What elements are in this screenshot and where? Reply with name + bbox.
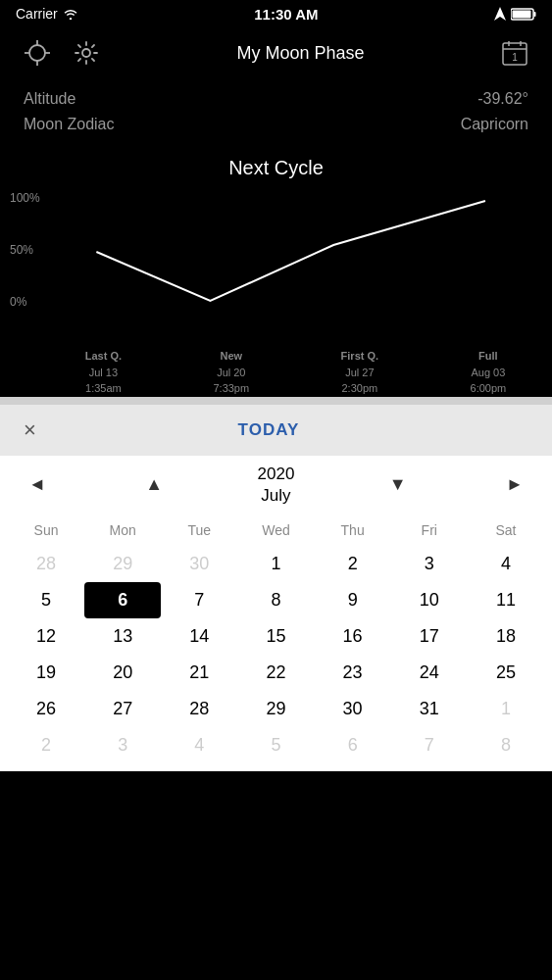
calendar-day[interactable]: 6 (84, 582, 161, 618)
day-header-wed: Wed (237, 518, 314, 542)
calendar-day[interactable]: 18 (468, 618, 544, 655)
calendar-day[interactable]: 29 (237, 691, 314, 727)
status-right-icons (494, 7, 536, 21)
svg-text:1: 1 (512, 52, 518, 63)
calendar-day[interactable]: 19 (8, 655, 84, 691)
calendar-day[interactable]: 16 (315, 618, 391, 655)
calendar-day[interactable]: 5 (8, 582, 84, 618)
chart-line (10, 191, 542, 318)
calendar-day[interactable]: 29 (84, 546, 161, 582)
chart-container: 100% 50% 0% (0, 191, 552, 348)
day-header-sat: Sat (468, 518, 544, 542)
calendar-month: July (258, 485, 295, 507)
svg-marker-0 (494, 7, 506, 21)
next-year-button[interactable]: ▼ (384, 474, 412, 495)
prev-month-button[interactable]: ◄ (24, 474, 51, 495)
settings-button[interactable] (69, 35, 104, 71)
calendar-day[interactable]: 26 (8, 691, 84, 727)
today-button[interactable]: TODAY (238, 420, 300, 440)
calendar-day[interactable]: 8 (468, 727, 544, 763)
calendar-day[interactable]: 15 (237, 618, 314, 655)
calendar-day[interactable]: 10 (391, 582, 468, 618)
calendar-day[interactable]: 31 (391, 691, 468, 727)
calendar-icon: 1 (501, 39, 528, 67)
day-header-thu: Thu (315, 518, 391, 542)
calendar-day[interactable]: 14 (161, 618, 237, 655)
calendar-day[interactable]: 7 (391, 727, 468, 763)
calendar-day[interactable]: 28 (161, 691, 237, 727)
calendar-day[interactable]: 28 (8, 546, 84, 582)
calendar-day[interactable]: 1 (468, 691, 544, 727)
calendar-day[interactable]: 30 (161, 546, 237, 582)
y-label-50: 50% (10, 243, 40, 257)
chart-phase-0: Last Q.Jul 131:35am (85, 348, 122, 397)
page-title: My Moon Phase (236, 43, 364, 64)
chart-title: Next Cycle (0, 157, 552, 179)
chart-phase-3: FullAug 036:00pm (471, 348, 507, 397)
day-header-fri: Fri (391, 518, 468, 542)
calendar-day[interactable]: 20 (84, 655, 161, 691)
svg-rect-3 (513, 10, 531, 18)
calendar-day[interactable]: 11 (468, 582, 544, 618)
calendar-month-year: 2020 July (258, 464, 295, 507)
calendar-day-headers: SunMonTueWedThuFriSat (0, 514, 552, 546)
carrier-text: Carrier (16, 6, 58, 22)
calendar-day[interactable]: 9 (315, 582, 391, 618)
day-header-sun: Sun (8, 518, 84, 542)
calendar-day[interactable]: 3 (391, 546, 468, 582)
top-nav: My Moon Phase 1 (0, 27, 552, 78)
calendar-day[interactable]: 12 (8, 618, 84, 655)
crosshair-button[interactable] (20, 35, 55, 71)
y-label-100: 100% (10, 191, 40, 205)
calendar-day[interactable]: 3 (84, 727, 161, 763)
altitude-row: Altitude -39.62° (24, 86, 528, 112)
svg-point-4 (29, 45, 45, 61)
calendar-day[interactable]: 4 (468, 546, 544, 582)
calendar-day[interactable]: 21 (161, 655, 237, 691)
svg-point-9 (82, 49, 90, 57)
status-time: 11:30 AM (254, 6, 318, 23)
altitude-label: Altitude (24, 90, 75, 108)
zodiac-label: Moon Zodiac (24, 116, 115, 133)
chart-phase-2: First Q.Jul 272:30pm (341, 348, 379, 397)
status-carrier: Carrier (16, 6, 78, 22)
calendar-day[interactable]: 22 (237, 655, 314, 691)
calendar-day[interactable]: 7 (161, 582, 237, 618)
calendar-day[interactable]: 2 (315, 546, 391, 582)
status-bar: Carrier 11:30 AM (0, 0, 552, 27)
settings-icon (74, 40, 99, 66)
calendar-day[interactable]: 5 (237, 727, 314, 763)
calendar-day[interactable]: 6 (315, 727, 391, 763)
calendar-day[interactable]: 25 (468, 655, 544, 691)
calendar-day[interactable]: 4 (161, 727, 237, 763)
day-header-mon: Mon (84, 518, 161, 542)
calendar-header-bar: × TODAY (0, 405, 552, 456)
calendar-day[interactable]: 1 (237, 546, 314, 582)
section-divider (0, 397, 552, 405)
y-label-0: 0% (10, 295, 40, 309)
calendar-day[interactable]: 30 (315, 691, 391, 727)
next-month-button[interactable]: ► (501, 474, 528, 495)
calendar-nav-button[interactable]: 1 (497, 35, 532, 71)
altitude-value: -39.62° (477, 90, 528, 108)
calendar-grid[interactable]: 2829301234567891011121314151617181920212… (0, 546, 552, 771)
calendar-day[interactable]: 13 (84, 618, 161, 655)
calendar-day[interactable]: 2 (8, 727, 84, 763)
location-icon (494, 7, 506, 21)
calendar-day[interactable]: 24 (391, 655, 468, 691)
chart-y-labels: 100% 50% 0% (10, 191, 40, 309)
calendar-day[interactable]: 27 (84, 691, 161, 727)
calendar-day[interactable]: 17 (391, 618, 468, 655)
day-header-tue: Tue (161, 518, 237, 542)
info-section: Altitude -39.62° Moon Zodiac Capricorn (0, 78, 552, 145)
calendar-day[interactable]: 23 (315, 655, 391, 691)
calendar-day[interactable]: 8 (237, 582, 314, 618)
zodiac-value: Capricorn (461, 116, 528, 133)
calendar-year: 2020 (258, 464, 295, 485)
calendar-nav-row: ◄ ▲ 2020 July ▼ ► (0, 456, 552, 514)
battery-icon (511, 8, 536, 21)
calendar-close-button[interactable]: × (24, 417, 36, 443)
chart-section: Next Cycle 100% 50% 0% Last Q.Jul 131:35… (0, 145, 552, 397)
prev-year-button[interactable]: ▲ (140, 474, 168, 495)
zodiac-row: Moon Zodiac Capricorn (24, 112, 528, 137)
